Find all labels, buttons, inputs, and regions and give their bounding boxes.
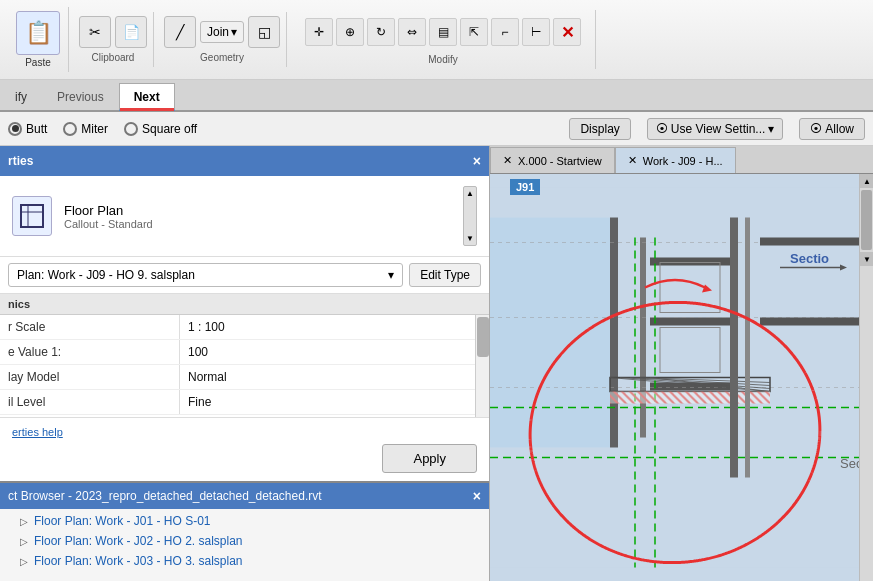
clipboard-label: Clipboard — [92, 52, 135, 63]
svg-rect-0 — [21, 205, 43, 227]
cut-button[interactable]: ✂ — [79, 16, 111, 48]
properties-header: rties × — [0, 146, 489, 176]
properties-bottom: erties help Apply — [0, 417, 489, 481]
browser-close-button[interactable]: × — [473, 488, 481, 504]
browser-item-label: Floor Plan: Work - J03 - HO 3. salsplan — [34, 554, 243, 568]
delete-x-icon: ✕ — [561, 23, 574, 42]
svg-rect-4 — [490, 218, 610, 448]
browser-list: ▷ Floor Plan: Work - J01 - HO S-01 ▷ Flo… — [0, 509, 489, 581]
allow-button[interactable]: ⦿ Allow — [799, 118, 865, 140]
edit-type-button[interactable]: Edit Type — [409, 263, 481, 287]
scroll-down-arrow[interactable]: ▼ — [860, 252, 873, 266]
view-settings-button[interactable]: ⦿ Use View Settin... ▾ — [647, 118, 784, 140]
move-button[interactable]: ✛ — [305, 18, 333, 46]
rotate-button[interactable]: ↻ — [367, 18, 395, 46]
clipboard-icons: ✂ 📄 — [79, 16, 147, 48]
tab-next[interactable]: Next — [119, 83, 175, 111]
list-item[interactable]: ▷ Floor Plan: Work - J02 - HO 2. salspla… — [0, 531, 489, 551]
scale-button[interactable]: ⇱ — [460, 18, 488, 46]
properties-scrollbar-thumb[interactable] — [477, 317, 489, 357]
radio-allow-icon: ⦿ — [810, 122, 822, 136]
paste-label: Paste — [25, 57, 51, 68]
properties-scroll-area: r Scale 1 : 100 e Value 1: 100 lay Model… — [0, 315, 489, 417]
table-row: il Level Fine — [0, 390, 489, 415]
browser-item-label: Floor Plan: Work - J02 - HO 2. salsplan — [34, 534, 243, 548]
tab-previous[interactable]: Previous — [42, 82, 119, 110]
radio-miter-circle — [63, 122, 77, 136]
array-button[interactable]: ▤ — [429, 18, 457, 46]
tab-next-underline — [120, 108, 174, 111]
tab-work-j09-close[interactable]: ✕ — [628, 154, 637, 167]
scroll-up-arrow[interactable]: ▲ — [466, 189, 474, 198]
view-dropdown-icon: ▾ — [768, 122, 774, 136]
plan-selector-row: Plan: Work - J09 - HO 9. salsplan ▾ Edit… — [0, 257, 489, 294]
prop-val-3: Fine — [180, 390, 489, 414]
line-button[interactable]: ╱ — [164, 16, 196, 48]
join-button[interactable]: Join ▾ — [200, 21, 244, 43]
svg-rect-29 — [745, 218, 750, 478]
copy-button[interactable]: 📄 — [115, 16, 147, 48]
properties-scrollbar-track[interactable] — [475, 315, 489, 417]
browser-item-icon: ▷ — [20, 516, 28, 527]
prop-val-2: Normal — [180, 365, 489, 389]
display-button[interactable]: Display — [569, 118, 630, 140]
svg-rect-5 — [610, 218, 618, 448]
modify-icons-row: ✛ ⊕ ↻ ⇔ ▤ ⇱ ⌐ ⊢ ✕ — [297, 14, 589, 50]
properties-help-link[interactable]: erties help — [12, 426, 477, 438]
split-button[interactable]: ⊢ — [522, 18, 550, 46]
element-subtype: Callout - Standard — [64, 218, 153, 230]
paste-button[interactable]: 📋 — [16, 11, 60, 55]
shape-button[interactable]: ◱ — [248, 16, 280, 48]
mirror-button[interactable]: ⇔ — [398, 18, 426, 46]
prop-key-3: il Level — [0, 390, 180, 414]
left-panel: rties × Floor Plan Callout - Standard ▲ … — [0, 146, 490, 581]
delete-button[interactable]: ✕ — [553, 18, 581, 46]
tab-startview-close[interactable]: ✕ — [503, 154, 512, 167]
list-item[interactable]: ▷ Floor Plan: Work - J01 - HO S-01 — [0, 511, 489, 531]
list-item[interactable]: ▷ Floor Plan: Work - J03 - HO 3. salspla… — [0, 551, 489, 571]
join-options-row: Butt Miter Square off Display ⦿ Use View… — [0, 112, 873, 146]
join-label: Join — [207, 25, 229, 39]
properties-table: r Scale 1 : 100 e Value 1: 100 lay Model… — [0, 315, 489, 415]
tab-work-j09[interactable]: ✕ Work - J09 - H... — [615, 147, 736, 173]
radio-square-off[interactable]: Square off — [124, 122, 197, 136]
modify-section: ✛ ⊕ ↻ ⇔ ▤ ⇱ ⌐ ⊢ ✕ Modify — [291, 10, 596, 69]
browser-header: ct Browser - 2023_repro_detached_detache… — [0, 483, 489, 509]
plan-dropdown-chevron: ▾ — [388, 268, 394, 282]
prop-val-0: 1 : 100 — [180, 315, 489, 339]
geometry-section: ╱ Join ▾ ◱ Geometry — [158, 12, 287, 67]
tab-work-j09-label: Work - J09 - H... — [643, 155, 723, 167]
browser-item-label: Floor Plan: Work - J01 - HO S-01 — [34, 514, 211, 528]
right-panel-scrollbar[interactable]: ▲ ▼ — [859, 174, 873, 581]
properties-close-button[interactable]: × — [473, 153, 481, 169]
trim-button[interactable]: ⌐ — [491, 18, 519, 46]
modify-label: Modify — [428, 54, 457, 65]
clipboard-section: ✂ 📄 Clipboard — [73, 12, 154, 67]
radio-butt[interactable]: Butt — [8, 122, 47, 136]
tab-startview-label: X.000 - Startview — [518, 155, 602, 167]
svg-rect-31 — [760, 318, 870, 326]
main-content: rties × Floor Plan Callout - Standard ▲ … — [0, 146, 873, 581]
scroll-thumb[interactable] — [861, 190, 872, 250]
svg-rect-9 — [650, 383, 730, 391]
radio-miter[interactable]: Miter — [63, 122, 108, 136]
geometry-label: Geometry — [200, 52, 244, 63]
plan-dropdown[interactable]: Plan: Work - J09 - HO 9. salsplan ▾ — [8, 263, 403, 287]
svg-rect-30 — [760, 238, 870, 246]
element-scroll[interactable]: ▲ ▼ — [463, 186, 477, 246]
tab-startview[interactable]: ✕ X.000 - Startview — [490, 147, 615, 173]
copy-modify-button[interactable]: ⊕ — [336, 18, 364, 46]
element-icon — [12, 196, 52, 236]
radio-miter-label: Miter — [81, 122, 108, 136]
svg-text:Sectio: Sectio — [790, 251, 829, 266]
radio-square-off-label: Square off — [142, 122, 197, 136]
browser-item-icon: ▷ — [20, 536, 28, 547]
tab-ify[interactable]: ify — [0, 82, 42, 110]
scroll-up-arrow[interactable]: ▲ — [860, 174, 873, 188]
scroll-down-arrow[interactable]: ▼ — [466, 234, 474, 243]
apply-button[interactable]: Apply — [382, 444, 477, 473]
browser-title: ct Browser - 2023_repro_detached_detache… — [8, 489, 322, 503]
radio-butt-label: Butt — [26, 122, 47, 136]
svg-rect-8 — [650, 318, 730, 326]
prop-key-0: r Scale — [0, 315, 180, 339]
